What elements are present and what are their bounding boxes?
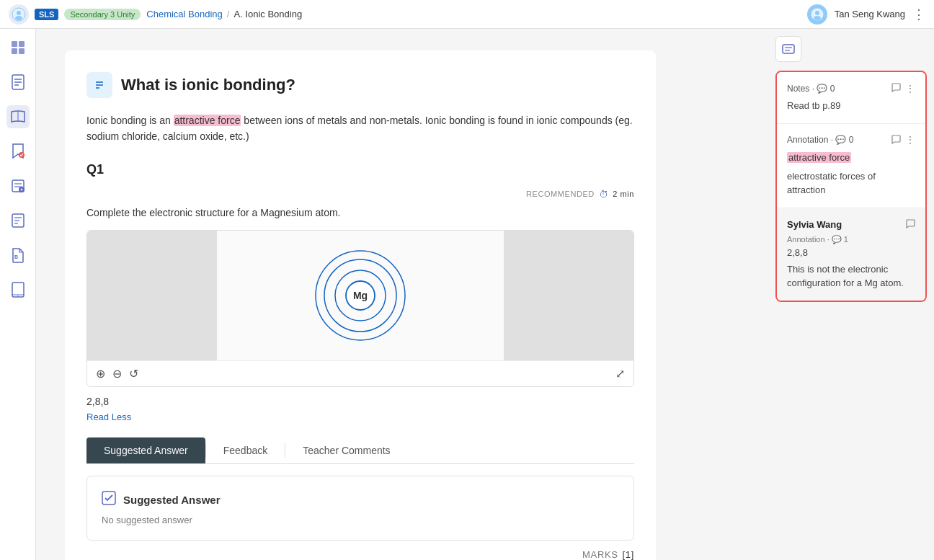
sls-badge: SLS: [35, 9, 58, 20]
notes-more-icon[interactable]: ⋮: [905, 83, 915, 94]
annotation-chat-icon[interactable]: [891, 134, 901, 146]
svg-text:B: B: [14, 254, 18, 259]
notes-toggle-button[interactable]: [775, 36, 801, 62]
question-title-row: What is ionic bonding?: [86, 72, 634, 98]
note-comment-icon: 💬: [817, 84, 827, 94]
svg-rect-8: [12, 48, 17, 54]
diagram-inner: Mg: [87, 231, 633, 360]
diagram-gray-left: [87, 231, 217, 360]
svg-rect-38: [783, 45, 794, 53]
user-name: Tan Seng Kwang: [835, 9, 905, 19]
fullscreen-icon[interactable]: ⤢: [615, 368, 625, 380]
annotation-more-icon[interactable]: ⋮: [905, 134, 915, 146]
body-highlight: attractive force: [174, 115, 241, 126]
user-avatar: [807, 4, 827, 25]
suggested-answer-card: Suggested Answer No suggested answer: [86, 476, 634, 541]
atom-diagram: Mg: [313, 249, 407, 342]
topbar-more-icon[interactable]: ⋮: [912, 6, 925, 22]
marks-bar: MARKS [1]: [86, 541, 634, 560]
zoom-in-icon[interactable]: ⊕: [96, 367, 105, 381]
answer-value: 2,8,8: [86, 396, 634, 407]
notes-body: Read tb p.89: [787, 99, 915, 113]
sylvia-comment-icon: 💬: [832, 235, 842, 244]
sylvia-card: Sylvia Wang Annotation · 💬 1 2,8,8 This …: [777, 208, 925, 301]
zoom-out-icon[interactable]: ⊖: [112, 367, 122, 381]
annotation-comment-icon: 💬: [835, 135, 846, 145]
no-answer-text: No suggested answer: [102, 515, 619, 525]
sylvia-card-header: Sylvia Wang: [787, 218, 915, 231]
notes-chat-icon[interactable]: [891, 82, 901, 94]
notes-card-header: Notes · 💬 0 ⋮: [787, 82, 915, 94]
sidebar-icon-notes[interactable]: [6, 209, 30, 232]
suggested-icon: [102, 491, 116, 509]
sylvia-val: 2,8,8: [787, 247, 915, 258]
breadcrumb-separator: /: [227, 9, 230, 19]
topbar: SLS Secondary 3 Unity Chemical Bonding /…: [0, 0, 934, 29]
sidebar-icon-book[interactable]: [6, 105, 30, 128]
svg-point-4: [815, 11, 819, 15]
svg-rect-7: [19, 41, 25, 47]
notes-card: Notes · 💬 0 ⋮ Read tb p.89: [777, 72, 925, 124]
time-icon: ⏱: [599, 189, 609, 200]
sidebar-icon-bookmark[interactable]: [6, 140, 30, 163]
sidebar-icon-edit[interactable]: [6, 174, 30, 197]
body-pre: Ionic bonding is an: [86, 115, 174, 126]
annotation-card-header: Annotation · 💬 0 ⋮: [787, 134, 915, 146]
annotation-card: Annotation · 💬 0 ⋮ attractive force: [777, 124, 925, 208]
app-logo: [9, 4, 29, 25]
sidebar-icon-document[interactable]: [6, 71, 30, 94]
main-content: What is ionic bonding? Ionic bonding is …: [36, 29, 768, 560]
breadcrumb-current: A. Ionic Bonding: [234, 9, 302, 19]
sidebar-icon-tablet[interactable]: [6, 278, 30, 301]
annotation-card-title: Annotation · 💬 0: [787, 135, 891, 145]
diagram-toolbar: ⊕ ⊖ ↺ ⤢: [87, 360, 633, 386]
sidebar: B: [0, 29, 36, 560]
svg-rect-9: [19, 48, 25, 54]
suggested-title: Suggested Answer: [123, 494, 220, 506]
recommended-bar: RECOMMENDED ⏱ 2 min: [86, 189, 634, 200]
annotation-body: electrostatic forces of attraction: [787, 169, 915, 197]
annotation-card-icons: ⋮: [891, 134, 915, 146]
sylvia-sub-title: Annotation · 💬 1: [787, 235, 915, 244]
tabs-bar: Suggested Answer Feedback Teacher Commen…: [86, 437, 634, 464]
breadcrumb-parent[interactable]: Chemical Bonding: [146, 9, 223, 19]
layout: B What: [0, 29, 934, 560]
svg-text:Mg: Mg: [353, 290, 368, 301]
diagram-box: Mg ⊕ ⊖ ↺ ⤢: [86, 230, 634, 387]
question-icon: [86, 72, 112, 98]
page-title: What is ionic bonding?: [121, 76, 295, 94]
q1-text: Complete the electronic structure for a …: [86, 207, 634, 218]
diagram-gray-right: [504, 231, 633, 360]
annotation-highlight: attractive force: [787, 152, 851, 163]
sylvia-name: Sylvia Wang: [787, 219, 905, 230]
suggested-header: Suggested Answer: [102, 491, 619, 509]
svg-rect-6: [12, 41, 17, 47]
tab-feedback[interactable]: Feedback: [206, 437, 285, 463]
svg-point-1: [17, 11, 21, 15]
tab-teacher-comments[interactable]: Teacher Comments: [285, 437, 407, 463]
notes-card-icons: ⋮: [891, 82, 915, 94]
time-value: 2 min: [613, 190, 634, 198]
question-body: Ionic bonding is an attractive force bet…: [86, 112, 634, 145]
svg-point-27: [17, 295, 19, 297]
q1-label: Q1: [86, 162, 634, 177]
read-less-link[interactable]: Read Less: [86, 412, 131, 422]
recommended-label: RECOMMENDED: [526, 190, 595, 198]
notes-card-title: Notes · 💬 0: [787, 84, 891, 94]
marks-value: [1]: [623, 549, 634, 560]
content-card: What is ionic bonding? Ionic bonding is …: [65, 50, 656, 560]
svg-point-5: [814, 16, 821, 20]
breadcrumb: Chemical Bonding / A. Ionic Bonding: [146, 9, 302, 19]
sidebar-icon-file[interactable]: B: [6, 244, 30, 267]
svg-point-2: [15, 16, 22, 20]
panel-cards-wrapper: Notes · 💬 0 ⋮ Read tb p.89: [775, 71, 927, 302]
unity-badge: Secondary 3 Unity: [64, 9, 141, 20]
topbar-right: Tan Seng Kwang ⋮: [807, 4, 925, 25]
sidebar-icon-grid[interactable]: [6, 36, 30, 59]
marks-label: MARKS: [582, 549, 618, 560]
sylvia-chat-icon[interactable]: [905, 218, 915, 231]
tab-suggested-answer[interactable]: Suggested Answer: [86, 437, 205, 463]
sylvia-desc: This is not the electronic configuration…: [787, 262, 915, 290]
right-panel: Notes · 💬 0 ⋮ Read tb p.89: [768, 29, 934, 560]
reset-icon[interactable]: ↺: [129, 367, 138, 381]
